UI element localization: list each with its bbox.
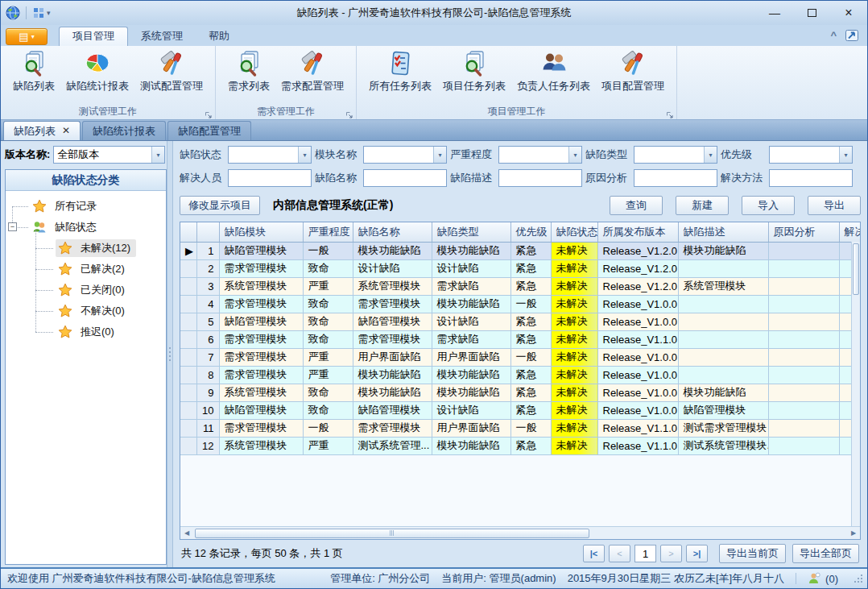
table-row[interactable]: 12系统管理模块严重测试系统管理...模块功能缺陷紧急未解决Release_V1… — [180, 437, 860, 454]
grid-cell[interactable]: 缺陷管理模块 — [353, 401, 432, 419]
grid-column-header-7[interactable]: 缺陷描述 — [678, 222, 768, 242]
grid-cell[interactable]: 紧急 — [510, 242, 551, 259]
tree-item-1[interactable]: −缺陷状态 — [6, 217, 166, 238]
tree-expander-icon[interactable]: − — [8, 222, 17, 231]
grid-cell[interactable] — [768, 313, 839, 330]
vertical-scrollbar-thumb[interactable] — [853, 243, 859, 295]
grid-cell[interactable]: 用户界面缺陷 — [353, 348, 432, 366]
grid-cell[interactable]: 未解决 — [551, 437, 597, 454]
grid-cell[interactable] — [768, 330, 839, 348]
filter-text-input-1[interactable] — [363, 169, 447, 187]
grid-cell[interactable]: 紧急 — [510, 401, 551, 419]
combo-dropdown-icon[interactable]: ▾ — [298, 147, 311, 163]
filter-combobox-3[interactable]: ▾ — [634, 146, 717, 164]
ribbon-button-1-0[interactable]: 需求列表 — [222, 48, 275, 95]
dialog-launcher-icon[interactable] — [666, 109, 674, 117]
document-tab-2[interactable]: 缺陷配置管理 — [167, 121, 251, 140]
tree-item-0[interactable]: 所有记录 — [6, 196, 166, 217]
grid-cell[interactable]: 需求管理模块 — [219, 330, 303, 348]
grid-cell[interactable]: Release_V1.0.0 — [597, 313, 678, 330]
tree-item-4[interactable]: 已关闭(0) — [6, 280, 166, 301]
grid-cell[interactable]: 模块功能缺陷 — [432, 437, 510, 454]
grid-cell[interactable]: 致命 — [303, 401, 353, 419]
combo-dropdown-icon[interactable]: ▾ — [839, 147, 852, 163]
dialog-launcher-icon[interactable] — [205, 109, 213, 117]
grid-cell[interactable] — [678, 330, 768, 348]
table-row[interactable]: 11需求管理模块一般需求管理模块用户界面缺陷一般未解决Release_V1.1.… — [180, 419, 860, 437]
scroll-right-icon[interactable]: ▶ — [847, 529, 860, 537]
filter-combobox-4[interactable]: ▾ — [769, 146, 853, 164]
grid-cell[interactable]: 紧急 — [510, 437, 551, 454]
ribbon-button-0-0[interactable]: 缺陷列表 — [7, 48, 60, 95]
grid-cell[interactable]: 系统管理模块 — [678, 277, 768, 295]
action-button-1[interactable]: 新建 — [676, 196, 729, 215]
grid-cell[interactable] — [768, 242, 839, 259]
grid-cell[interactable]: 未解决 — [551, 366, 597, 384]
grid-cell[interactable]: 致命 — [303, 295, 353, 313]
table-row[interactable]: 10缺陷管理模块致命缺陷管理模块设计缺陷紧急未解决Release_V1.0.0缺… — [180, 401, 860, 419]
collapse-ribbon-icon[interactable]: ^ — [830, 32, 837, 39]
table-row[interactable]: 9系统管理模块致命模块功能缺陷模块功能缺陷紧急未解决Release_V1.0.0… — [180, 384, 860, 401]
grid-cell[interactable]: 一般 — [510, 419, 551, 437]
grid-cell[interactable]: 未解决 — [551, 348, 597, 366]
grid-cell[interactable]: 需求缺陷 — [432, 277, 510, 295]
grid-cell[interactable]: 一般 — [510, 348, 551, 366]
grid-cell[interactable]: 模块功能缺陷 — [432, 295, 510, 313]
grid-cell[interactable]: Release_V1.2.0 — [597, 242, 678, 259]
filter-combobox-0[interactable]: ▾ — [228, 146, 312, 164]
ribbon-button-2-0[interactable]: 所有任务列表 — [363, 48, 437, 95]
grid-cell[interactable]: 需求管理模块 — [219, 366, 303, 384]
ribbon-button-2-2[interactable]: 负责人任务列表 — [511, 48, 596, 95]
export-all-pages-button[interactable]: 导出全部页 — [792, 544, 859, 563]
grid-cell[interactable]: 严重 — [303, 277, 353, 295]
grid-cell[interactable]: Release_V1.1.0 — [597, 437, 678, 454]
ribbon-button-0-1[interactable]: 缺陷统计报表 — [60, 48, 134, 95]
grid-cell[interactable]: 紧急 — [510, 313, 551, 330]
grid-cell[interactable]: 测试系统管理... — [353, 437, 432, 454]
grid-cell[interactable]: 缺陷管理模块 — [219, 401, 303, 419]
tree-item-2[interactable]: 未解决(12) — [6, 238, 166, 259]
grid-cell[interactable]: 需求管理模块 — [219, 419, 303, 437]
filter-text-input-4[interactable] — [769, 169, 853, 187]
table-row[interactable]: 2需求管理模块致命设计缺陷设计缺陷紧急未解决Release_V1.2.0 — [180, 259, 860, 277]
grid-cell[interactable]: Release_V1.2.0 — [597, 259, 678, 277]
grid-column-header-5[interactable]: 缺陷状态 — [551, 222, 597, 242]
ribbon-button-1-1[interactable]: 需求配置管理 — [275, 48, 349, 95]
grid-cell[interactable]: Release_V1.0.0 — [597, 348, 678, 366]
grid-cell[interactable]: 模块功能缺陷 — [353, 384, 432, 401]
grid-cell[interactable]: 模块功能缺陷 — [678, 384, 768, 401]
grid-cell[interactable]: 严重 — [303, 366, 353, 384]
grid-cell[interactable]: Release_V1.0.0 — [597, 295, 678, 313]
grid-cell[interactable]: 系统管理模块 — [353, 277, 432, 295]
grid-cell[interactable]: 系统管理模块 — [219, 277, 303, 295]
horizontal-scrollbar-thumb[interactable] — [195, 529, 589, 538]
grid-cell[interactable] — [768, 401, 839, 419]
ribbon-tab-1[interactable]: 系统管理 — [128, 27, 196, 46]
close-button[interactable]: × — [830, 1, 867, 25]
grid-cell[interactable]: 模块功能缺陷 — [353, 242, 432, 259]
grid-cell[interactable]: 系统管理模块 — [219, 437, 303, 454]
grid-cell[interactable]: Release_V1.0.0 — [597, 401, 678, 419]
resize-grip-icon[interactable] — [854, 574, 862, 583]
grid-column-header-1[interactable]: 严重程度 — [303, 222, 353, 242]
combo-dropdown-icon[interactable]: ▾ — [704, 147, 717, 163]
filter-text-input-0[interactable] — [228, 169, 312, 187]
grid-cell[interactable] — [768, 348, 839, 366]
grid-cell[interactable]: 测试系统管理模块... — [678, 437, 768, 454]
grid-cell[interactable]: 紧急 — [510, 384, 551, 401]
grid-cell[interactable]: 模块功能缺陷 — [432, 384, 510, 401]
grid-cell[interactable]: 未解决 — [551, 295, 597, 313]
table-row[interactable]: 4需求管理模块致命需求管理模块模块功能缺陷一般未解决Release_V1.0.0 — [180, 295, 860, 313]
grid-cell[interactable]: 致命 — [303, 384, 353, 401]
version-dropdown-icon[interactable]: ▾ — [151, 147, 164, 163]
grid-cell[interactable]: Release_V1.2.0 — [597, 277, 678, 295]
grid-cell[interactable] — [678, 366, 768, 384]
grid-cell[interactable] — [768, 295, 839, 313]
quick-access-caret-icon[interactable]: ▾ — [47, 9, 51, 17]
grid-cell[interactable]: 需求管理模块 — [219, 259, 303, 277]
grid-cell[interactable]: 致命 — [303, 313, 353, 330]
table-row[interactable]: 6需求管理模块致命需求管理模块需求缺陷紧急未解决Release_V1.1.0 — [180, 330, 860, 348]
grid-column-header-6[interactable]: 所属发布版本 — [597, 222, 678, 242]
table-row[interactable]: 5缺陷管理模块致命缺陷管理模块设计缺陷紧急未解决Release_V1.0.0 — [180, 313, 860, 330]
combo-dropdown-icon[interactable]: ▾ — [568, 147, 581, 163]
